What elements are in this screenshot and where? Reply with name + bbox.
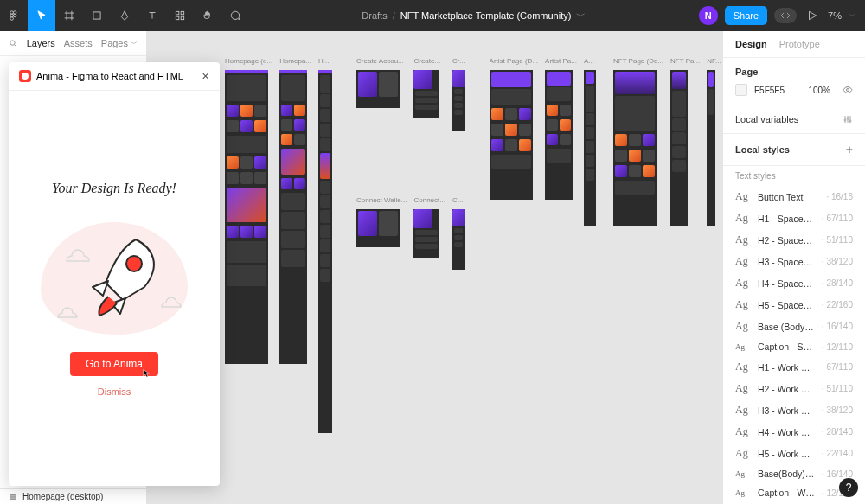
artboard[interactable] — [545, 70, 573, 200]
sliders-icon — [843, 114, 853, 124]
artboard[interactable] — [670, 70, 688, 226]
assets-tab[interactable]: Assets — [64, 38, 93, 48]
frame-label[interactable]: NFT Pa... — [670, 57, 700, 65]
page-bg-opacity[interactable]: 100% — [808, 86, 830, 95]
frame-label[interactable]: NFT Page (De... — [613, 57, 663, 65]
frame-label[interactable]: Artist Pa... — [545, 57, 577, 65]
text-style-row[interactable]: AgButton Text· 16/16 — [723, 186, 865, 207]
canvas-area[interactable]: Homepage (d... Homepa... — [147, 31, 722, 504]
style-meta: · 67/110 — [822, 214, 853, 223]
ag-preview: Ag — [735, 382, 751, 395]
toolbar-left-tools — [0, 0, 249, 31]
pages-dropdown[interactable]: Pages ﹀ — [101, 38, 138, 48]
text-style-row[interactable]: AgH2 - Work Sans· 51/110 — [723, 378, 865, 399]
right-design-panel: Design Prototype Page F5F5F5 100% Local … — [722, 31, 865, 504]
style-name: Base(Body) - Work Sans — [758, 469, 815, 479]
plus-icon[interactable]: + — [846, 143, 853, 156]
artboard[interactable] — [613, 70, 657, 226]
bottom-page-bar[interactable]: Homepage (desktop) — [0, 488, 147, 504]
style-name: H2 - Work Sans — [758, 384, 815, 394]
artboard[interactable] — [584, 70, 596, 226]
svg-point-11 — [847, 89, 849, 92]
artboard[interactable] — [452, 209, 465, 270]
frame-label[interactable]: Artist Page (D... — [490, 57, 538, 65]
svg-rect-9 — [181, 16, 184, 20]
artboard[interactable] — [413, 70, 439, 118]
pen-tool-button[interactable] — [111, 0, 138, 31]
current-page-name: Homepage (desktop) — [22, 492, 103, 501]
artboard[interactable] — [413, 209, 439, 258]
go-to-anima-button[interactable]: Go to Anima — [70, 352, 158, 376]
toolbar-right: N Share 7% ﹀ — [699, 0, 865, 31]
artboard[interactable] — [707, 70, 715, 226]
dev-mode-toggle[interactable] — [774, 8, 797, 23]
chevron-down-icon[interactable]: ﹀ — [849, 10, 856, 22]
svg-point-15 — [126, 256, 142, 271]
frame-tool-button[interactable] — [55, 0, 83, 31]
frames-container: Homepage (d... Homepa... — [216, 31, 722, 459]
artboard[interactable] — [356, 70, 400, 108]
frame-label[interactable]: Create... — [413, 57, 445, 65]
comment-tool-button[interactable] — [221, 0, 249, 31]
breadcrumb-drafts[interactable]: Drafts — [362, 10, 387, 21]
frame-label[interactable]: H... — [318, 57, 332, 65]
frame-label[interactable]: A... — [584, 57, 596, 65]
style-name: H4 - Work Sans — [758, 427, 815, 437]
resources-button[interactable] — [166, 0, 194, 31]
chevron-down-icon[interactable]: ﹀ — [576, 10, 586, 22]
shape-tool-button[interactable] — [83, 0, 111, 31]
text-style-row[interactable]: AgH5 - Work Sans· 22/140 — [723, 443, 865, 464]
search-icon[interactable] — [9, 39, 18, 48]
breadcrumb-separator: / — [393, 10, 395, 21]
share-button[interactable]: Share — [725, 6, 767, 25]
artboard[interactable] — [490, 70, 533, 200]
text-style-row[interactable]: AgH5 - Space Mono· 22/160 — [723, 294, 865, 316]
figma-menu-button[interactable] — [0, 0, 28, 31]
frame-label[interactable]: Connect... — [413, 196, 445, 204]
frame-label[interactable]: Homepa... — [279, 57, 311, 65]
artboard[interactable] — [452, 70, 465, 131]
text-style-row[interactable]: AgH3 - Space Mono· 38/120 — [723, 251, 865, 272]
present-button[interactable] — [804, 0, 821, 31]
text-style-row[interactable]: AgBase (Body) - Space Mo...· 16/140 — [723, 316, 865, 337]
zoom-level[interactable]: 7% — [828, 10, 842, 21]
style-name: H1 - Work Sans — [758, 362, 815, 373]
frame-label[interactable]: Cr... — [452, 57, 465, 65]
dismiss-link[interactable]: Dismiss — [98, 386, 131, 397]
artboard[interactable] — [356, 209, 400, 247]
modal-title: Anima - Figma to React and HTML — [36, 71, 183, 81]
frame-label[interactable]: Homepage (d... — [225, 57, 272, 65]
text-style-row[interactable]: AgH4 - Space Mono· 28/140 — [723, 272, 865, 294]
text-style-row[interactable]: AgH1 - Work Sans· 67/110 — [723, 356, 865, 378]
text-style-row[interactable]: AgH1 - Space Mono· 67/110 — [723, 207, 865, 229]
eye-icon[interactable] — [843, 85, 853, 95]
page-bg-swatch[interactable] — [735, 84, 747, 96]
prototype-tab[interactable]: Prototype — [779, 39, 820, 49]
user-avatar[interactable]: N — [699, 6, 718, 25]
design-tab[interactable]: Design — [735, 39, 767, 49]
breadcrumb-file-name[interactable]: NFT Marketplace Template (Community) — [400, 10, 572, 21]
page-bg-hex[interactable]: F5F5F5 — [754, 86, 785, 95]
style-name: H2 - Space Mono — [758, 235, 815, 246]
modal-headline: Your Design Is Ready! — [52, 181, 176, 196]
frame-label[interactable]: NF... — [707, 57, 721, 65]
frame-label[interactable]: C... — [452, 196, 465, 204]
artboard[interactable] — [318, 70, 332, 433]
move-tool-button[interactable] — [28, 0, 55, 31]
text-tool-button[interactable] — [138, 0, 166, 31]
text-style-row[interactable]: AgCaption - Space Mono· 12/110 — [723, 337, 865, 356]
layers-tab[interactable]: Layers — [27, 38, 55, 48]
text-style-row[interactable]: AgH3 - Work Sans· 38/120 — [723, 399, 865, 421]
text-style-row[interactable]: AgH4 - Work Sans· 28/140 — [723, 421, 865, 443]
frame-label[interactable]: Create Accou... — [356, 57, 407, 65]
artboard[interactable] — [279, 70, 307, 364]
help-button[interactable]: ? — [839, 478, 858, 497]
frame-label[interactable]: Connect Walle... — [356, 196, 407, 204]
svg-point-14 — [849, 120, 851, 122]
style-name: H5 - Space Mono — [758, 300, 815, 310]
artboard[interactable] — [225, 70, 268, 364]
local-variables-section[interactable]: Local variables — [723, 105, 865, 134]
text-style-row[interactable]: AgH2 - Space Mono· 51/110 — [723, 229, 865, 251]
hand-tool-button[interactable] — [194, 0, 221, 31]
close-icon[interactable]: ✕ — [202, 71, 209, 82]
